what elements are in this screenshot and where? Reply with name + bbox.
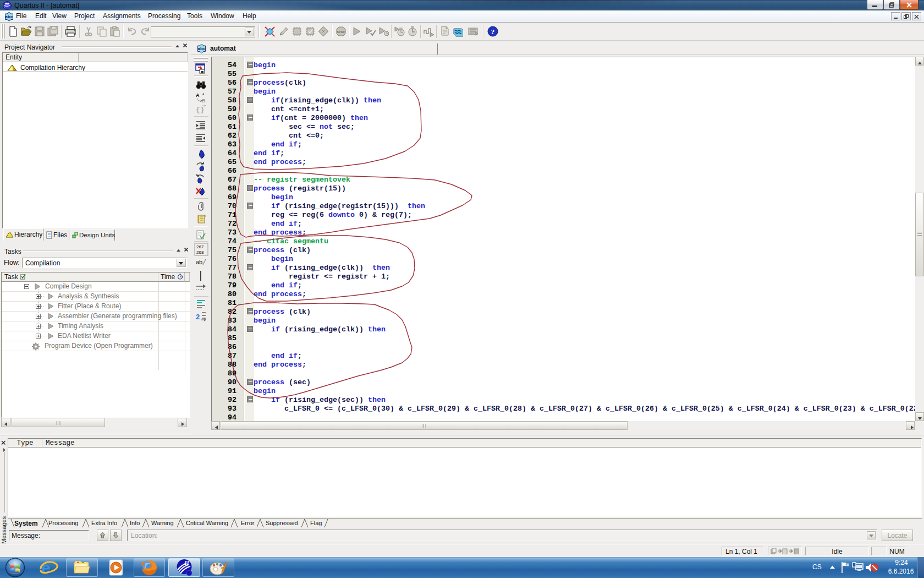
svg-text:267: 267 xyxy=(196,244,204,249)
svg-text:{}: {} xyxy=(196,106,205,114)
svg-text:B: B xyxy=(202,98,206,103)
svg-text:STOP: STOP xyxy=(337,30,345,34)
svg-text:ab: ab xyxy=(196,259,202,265)
svg-text:A: A xyxy=(196,92,200,98)
svg-text:abc: abc xyxy=(6,14,13,19)
svg-text:?: ? xyxy=(491,28,495,36)
svg-text:abc: abc xyxy=(198,46,206,51)
svg-text:2: 2 xyxy=(196,313,200,321)
svg-text:II: II xyxy=(184,559,189,566)
svg-text:268: 268 xyxy=(196,250,204,255)
